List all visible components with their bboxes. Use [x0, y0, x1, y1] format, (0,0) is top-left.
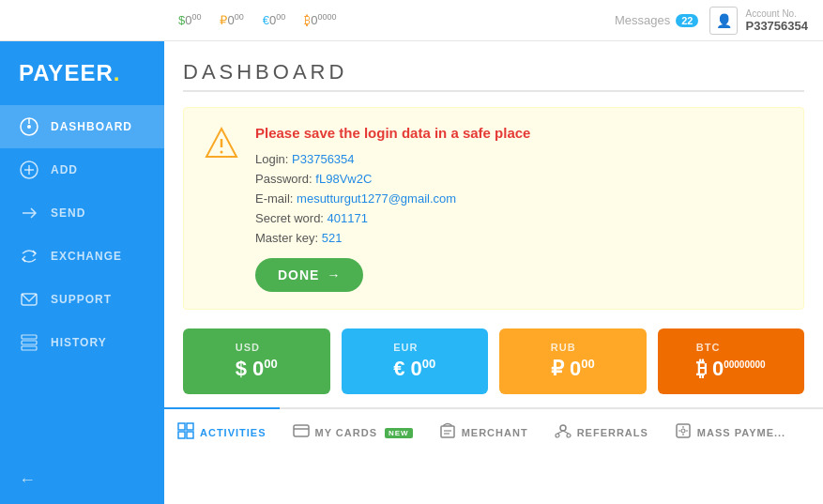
rub-card-amount: 0: [570, 357, 581, 380]
activities-label: ACTIVITIES: [200, 427, 267, 438]
exchange-label: EXCHANGE: [51, 250, 122, 263]
svg-rect-15: [187, 432, 193, 438]
sidebar: PAYEER. DASHBOARD ADD: [0, 41, 164, 504]
tab-referrals[interactable]: REFERRALS: [541, 407, 662, 456]
mass-payment-label: MASS PAYME...: [697, 427, 785, 438]
merchant-icon: [439, 422, 456, 443]
tab-activities[interactable]: ACTIVITIES: [164, 407, 280, 456]
eur-card-symbol: €: [393, 357, 404, 380]
svg-rect-7: [22, 335, 37, 339]
usd-card-symbol: $: [236, 357, 247, 380]
svg-rect-13: [187, 423, 193, 430]
tab-my-cards[interactable]: MY CARDS NEW: [280, 407, 426, 456]
send-label: SEND: [51, 206, 85, 220]
usd-card-amount: 0: [252, 357, 264, 380]
dashboard-icon: [19, 116, 39, 137]
svg-line-25: [563, 431, 569, 434]
svg-rect-16: [294, 425, 309, 436]
usd-balance: $000: [178, 12, 201, 27]
account-info: 👤 Account No. P33756354: [709, 7, 808, 35]
messages-badge: 22: [676, 14, 698, 27]
add-label: ADD: [51, 163, 78, 176]
sidebar-item-support[interactable]: SUPPORT: [0, 278, 164, 321]
new-badge: NEW: [385, 428, 413, 438]
tab-merchant[interactable]: MERCHANT: [426, 407, 541, 456]
bottom-tabs: ACTIVITIES MY CARDS NEW: [164, 407, 823, 456]
svg-point-23: [567, 434, 571, 437]
email-label: E-mail:: [255, 191, 293, 206]
master-label: Master key:: [255, 231, 318, 245]
email-value: mesutturgut1277@gmail.com: [297, 191, 456, 206]
secret-label: Secret word:: [255, 211, 324, 225]
svg-point-22: [556, 434, 559, 437]
sidebar-item-send[interactable]: SEND: [0, 191, 164, 235]
svg-line-24: [557, 431, 563, 434]
tab-mass-payment[interactable]: MASS PAYME...: [662, 407, 799, 456]
usd-card-label: USD: [236, 342, 278, 353]
warning-title: Please save the login data in a safe pla…: [255, 125, 530, 141]
password-value: fL98Vw2C: [315, 172, 372, 186]
usd-card: USD $ 000: [183, 328, 330, 394]
dashboard-label: DASHBOARD: [51, 120, 132, 133]
page-title-underline: [183, 90, 804, 92]
sidebar-item-add[interactable]: ADD: [0, 148, 164, 191]
svg-point-21: [560, 425, 566, 431]
svg-rect-9: [22, 346, 37, 350]
usd-card-decimal: 00: [264, 357, 277, 371]
rub-card-decimal: 00: [581, 357, 594, 371]
login-label: Login:: [255, 152, 288, 166]
sidebar-item-exchange[interactable]: EXCHANGE: [0, 235, 164, 278]
exchange-icon: [19, 246, 39, 267]
sidebar-item-history[interactable]: HISTORY: [0, 321, 164, 364]
merchant-label: MERCHANT: [462, 427, 528, 438]
svg-rect-18: [441, 426, 454, 437]
rub-card: RUB ₽ 000: [499, 328, 647, 394]
login-value: P33756354: [292, 152, 355, 166]
svg-point-1: [27, 125, 31, 129]
svg-rect-8: [22, 341, 37, 344]
rub-card-symbol: ₽: [551, 357, 564, 380]
password-label: Password:: [255, 172, 312, 186]
password-row: Password: fL98Vw2C: [255, 172, 530, 186]
messages-label: Messages: [615, 13, 670, 27]
history-icon: [19, 332, 39, 353]
btc-card-amount: 0: [712, 357, 724, 380]
top-bar: $000 ₽000 €000 ₿00000 Messages 22 👤 Acco…: [0, 0, 823, 41]
account-number: P33756354: [745, 19, 808, 33]
warning-box: Please save the login data in a safe pla…: [183, 107, 804, 310]
eur-card-decimal: 00: [422, 357, 435, 371]
top-right: Messages 22 👤 Account No. P33756354: [615, 7, 808, 35]
eur-card-label: EUR: [393, 342, 435, 353]
activities-icon: [177, 422, 194, 443]
content-area: DASHBOARD Please save the login data in …: [164, 41, 823, 504]
eur-card-amount: 0: [411, 357, 422, 380]
eur-card: EUR € 000: [342, 328, 489, 394]
done-button[interactable]: DONE →: [255, 258, 363, 292]
svg-point-11: [221, 151, 223, 154]
back-arrow-icon[interactable]: ←: [19, 470, 36, 489]
svg-point-27: [681, 429, 685, 433]
btc-card-symbol: ₿: [696, 357, 707, 380]
referrals-label: REFERRALS: [577, 427, 648, 438]
sidebar-item-dashboard[interactable]: DASHBOARD: [0, 105, 164, 148]
support-label: SUPPORT: [51, 293, 112, 306]
btc-card-label: BTC: [696, 342, 766, 353]
main-layout: PAYEER. DASHBOARD ADD: [0, 41, 823, 504]
add-icon: [19, 160, 39, 180]
master-value: 521: [322, 231, 343, 245]
secret-value: 401171: [328, 211, 368, 225]
page-title: DASHBOARD: [183, 60, 804, 84]
done-arrow-icon: →: [327, 267, 341, 283]
history-label: HISTORY: [51, 336, 107, 349]
rub-balance: ₽000: [220, 12, 243, 27]
eur-balance: €000: [263, 12, 285, 27]
sidebar-bottom: ←: [0, 456, 164, 504]
btc-card: BTC ₿ 000000000: [658, 328, 805, 394]
sidebar-logo: PAYEER.: [0, 51, 164, 105]
btc-card-decimal: 00000000: [724, 359, 766, 370]
svg-rect-12: [178, 423, 185, 430]
secret-row: Secret word: 401171: [255, 211, 530, 225]
messages-link[interactable]: Messages 22: [615, 13, 699, 27]
send-icon: [19, 203, 39, 223]
top-balances: $000 ₽000 €000 ₿00000: [178, 12, 336, 27]
